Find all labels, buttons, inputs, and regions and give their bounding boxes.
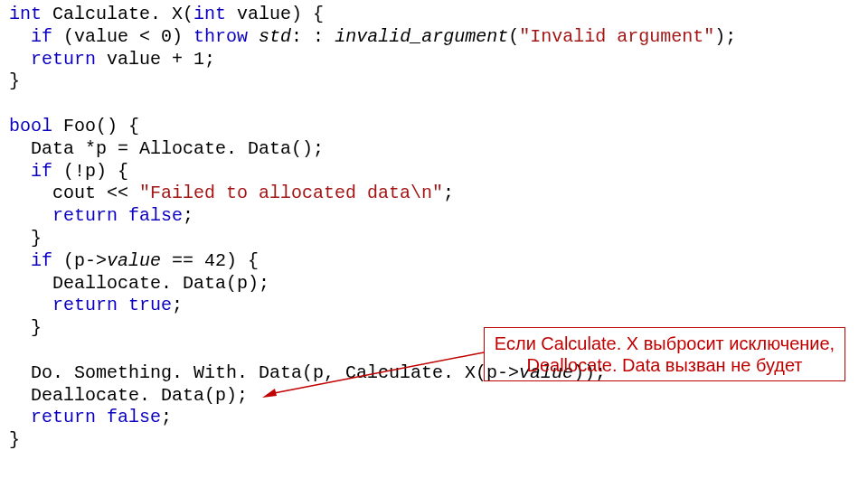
kw-return: return	[31, 49, 96, 70]
string-literal: "Failed to allocated data\n"	[139, 183, 443, 203]
kw-return: return	[52, 295, 118, 315]
type-invalid-argument: invalid_argument	[335, 26, 508, 47]
kw-false: false	[107, 407, 161, 427]
kw-if: if	[31, 250, 52, 271]
kw-bool: bool	[9, 116, 52, 136]
string-literal: "Invalid argument"	[519, 26, 714, 47]
kw-return: return	[31, 407, 96, 427]
kw-return: return	[52, 205, 118, 226]
kw-true: true	[128, 295, 172, 315]
kw-false: false	[128, 205, 183, 226]
annotation-line1: Если Calculate. X выбросит исключение,	[495, 333, 835, 354]
ns-std: std	[259, 26, 291, 47]
annotation-box: Если Calculate. X выбросит исключение, D…	[484, 327, 845, 381]
kw-int: int	[9, 4, 42, 24]
annotation-arrow-icon	[262, 343, 488, 416]
kw-if: if	[31, 26, 52, 47]
svg-line-0	[269, 352, 484, 394]
kw-int: int	[193, 4, 226, 24]
field-value: value	[107, 250, 161, 271]
kw-if: if	[31, 161, 52, 182]
annotation-line2: Deallocate. Data вызван не будет	[526, 354, 802, 376]
kw-throw: throw	[193, 26, 248, 47]
svg-marker-1	[262, 389, 277, 398]
